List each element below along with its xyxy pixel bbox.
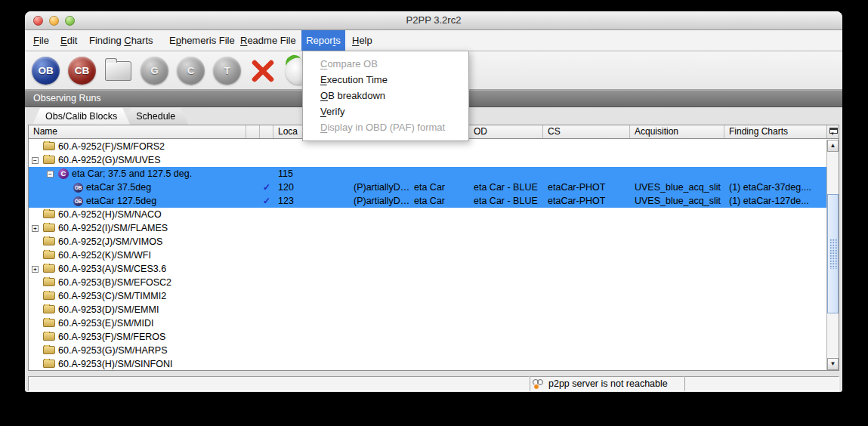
panel-title: Observing Runs — [33, 93, 101, 103]
ob-icon: OB — [73, 196, 83, 206]
minus-expander-icon[interactable]: − — [32, 157, 39, 164]
row-label: 60.A-9252(F)/SM/FORS2 — [58, 141, 165, 152]
observing-runs-table: Name Loca OD CS Acquisition Finding Char… — [28, 125, 839, 371]
new-ob-button[interactable]: OB — [32, 57, 60, 85]
title-bar[interactable]: P2PP 3.2rc2 — [25, 11, 842, 30]
cell: (P)artiallyD… — [349, 182, 409, 193]
vertical-scrollbar[interactable]: ▲ ▼ — [826, 140, 839, 370]
close-button[interactable] — [33, 16, 43, 26]
name-cell: OBetaCar 37.5deg — [29, 182, 246, 193]
zoom-button[interactable] — [65, 16, 75, 26]
menu-edit[interactable]: Edit — [60, 30, 77, 51]
row-label: etaCar 127.5deg — [86, 196, 156, 206]
table-row[interactable]: 60.A-9253(C)/SM/TIMMI2 — [29, 289, 826, 303]
table-row[interactable]: OBetaCar 37.5deg✓120(P)artiallyD…eta Car… — [29, 181, 826, 194]
table-row[interactable]: 60.A-9253(B)/SM/EFOSC2 — [29, 276, 826, 289]
tab-obs-calib-blocks[interactable]: Obs/Calib Blocks — [32, 108, 130, 125]
tab-schedule[interactable]: Schedule — [123, 108, 188, 125]
menu-finding-charts[interactable]: Finding Charts — [89, 30, 153, 51]
name-cell: +60.A-9253(A)/SM/CES3.6 — [29, 264, 246, 274]
row-label: 60.A-9253(D)/SM/EMMI — [58, 304, 159, 315]
table-row[interactable]: 60.A-9252(J)/SM/VIMOS — [29, 235, 826, 248]
column-header-finding-charts[interactable]: Finding Charts — [724, 125, 826, 138]
column-selector-icon[interactable] — [826, 125, 839, 138]
row-label: 60.A-9253(C)/SM/TIMMI2 — [58, 291, 166, 301]
name-cell: +60.A-9252(I)/SM/FLAMES — [29, 223, 246, 233]
name-cell: 60.A-9253(F)/SM/FEROS — [29, 332, 246, 342]
row-label: etaCar 37.5deg — [86, 182, 151, 193]
cell: UVES_blue_acq_slit — [630, 182, 724, 193]
name-cell: 60.A-9252(K)/SM/WFI — [29, 250, 246, 261]
table-row[interactable]: 60.A-9253(E)/SM/MIDI — [29, 316, 826, 330]
menu-item-ob-breakdown[interactable]: OB breakdown — [303, 88, 468, 103]
column-header-empty2[interactable] — [260, 125, 273, 138]
name-cell: 60.A-9253(C)/SM/TIMMI2 — [29, 291, 246, 301]
table-row[interactable]: 60.A-9253(G)/SM/HARPS — [29, 344, 826, 357]
reports-menu: Compare OB Execution Time OB breakdown V… — [302, 51, 469, 141]
name-cell: −60.A-9252(G)/SM/UVES — [29, 155, 246, 165]
menu-item-compare-ob: Compare OB — [303, 56, 468, 72]
status-cell-right — [684, 376, 839, 391]
menu-readme-file[interactable]: Readme File — [240, 30, 296, 51]
menu-item-execution-time[interactable]: Execution Time — [303, 72, 468, 88]
menu-item-display-obd: Display in OBD (PAF) format — [303, 119, 468, 135]
menu-file[interactable]: File — [33, 30, 49, 51]
status-bar: p2pp server is not reachable — [28, 375, 839, 392]
row-label: 60.A-9252(I)/SM/FLAMES — [58, 223, 168, 233]
table-row[interactable]: 60.A-9253(D)/SM/EMMI — [29, 303, 826, 316]
concatenation-icon: C — [58, 168, 69, 179]
row-label: 60.A-9253(B)/SM/EFOSC2 — [58, 277, 171, 288]
status-message: p2pp server is not reachable — [548, 378, 668, 389]
column-header-name[interactable]: Name — [29, 125, 246, 138]
menu-item-verify[interactable]: Verify — [303, 103, 468, 119]
row-label: 60.A-9252(J)/SM/VIMOS — [58, 236, 162, 247]
scroll-up-icon[interactable]: ▲ — [827, 140, 839, 152]
row-label: eta Car; 37.5 and 127.5 deg. — [72, 168, 192, 179]
folder-icon — [43, 142, 55, 150]
new-group-button[interactable]: G — [141, 57, 168, 85]
cell: ✓ — [260, 196, 273, 206]
column-header-od[interactable]: OD — [469, 125, 543, 138]
cell: (1) etaCar-127de... — [724, 196, 826, 206]
cell: ✓ — [260, 182, 273, 193]
row-label: 60.A-9253(H)/SM/SINFONI — [58, 359, 172, 369]
column-header-empty1[interactable] — [246, 125, 260, 138]
minimize-button[interactable] — [49, 16, 59, 26]
name-cell: 60.A-9252(J)/SM/VIMOS — [29, 236, 246, 247]
table-row[interactable]: 60.A-9252(F)/SM/FORS2 — [29, 140, 826, 153]
menu-help[interactable]: Help — [352, 30, 372, 51]
table-row[interactable]: OBetaCar 127.5deg✓123(P)artiallyD…eta Ca… — [29, 194, 826, 208]
scroll-down-icon[interactable]: ▼ — [827, 358, 839, 370]
plus-expander-icon[interactable]: + — [32, 225, 39, 232]
table-row[interactable]: 60.A-9253(H)/SM/SINFONI — [29, 357, 826, 370]
menu-reports[interactable]: Reports — [301, 30, 345, 51]
new-cb-button[interactable]: CB — [68, 57, 96, 85]
folder-icon — [43, 237, 55, 245]
plus-expander-icon[interactable]: + — [32, 266, 39, 273]
menu-ephemeris-file[interactable]: Ephemeris File — [169, 30, 235, 51]
table-row[interactable]: +60.A-9253(A)/SM/CES3.6 — [29, 262, 826, 276]
table-row[interactable]: −60.A-9252(G)/SM/UVES — [29, 153, 826, 167]
cell: 123 — [273, 196, 349, 206]
scrollbar-thumb[interactable] — [827, 194, 839, 313]
new-timelink-button[interactable]: T — [213, 57, 241, 85]
row-label: 60.A-9253(G)/SM/HARPS — [58, 345, 168, 356]
table-row[interactable]: +60.A-9252(I)/SM/FLAMES — [29, 221, 826, 235]
column-header-acquisition[interactable]: Acquisition — [630, 125, 724, 138]
name-cell: 60.A-9252(F)/SM/FORS2 — [29, 141, 246, 152]
new-folder-button[interactable] — [105, 61, 131, 81]
minus-expander-icon[interactable]: − — [47, 171, 54, 178]
server-disconnected-icon — [533, 379, 545, 389]
folder-icon — [43, 251, 55, 259]
cell: eta Car — [409, 196, 469, 206]
new-concatenation-button[interactable]: C — [177, 57, 205, 85]
column-header-cs[interactable]: CS — [543, 125, 630, 138]
folder-icon — [43, 264, 55, 273]
table-row[interactable]: 60.A-9252(K)/SM/WFI — [29, 248, 826, 262]
table-row[interactable]: −Ceta Car; 37.5 and 127.5 deg.115 — [29, 167, 826, 181]
delete-button[interactable] — [249, 57, 277, 85]
folder-icon — [43, 332, 55, 341]
table-row[interactable]: 60.A-9253(F)/SM/FEROS — [29, 330, 826, 344]
table-row[interactable]: 60.A-9252(H)/SM/NACO — [29, 208, 826, 221]
red-x-icon — [249, 57, 277, 85]
